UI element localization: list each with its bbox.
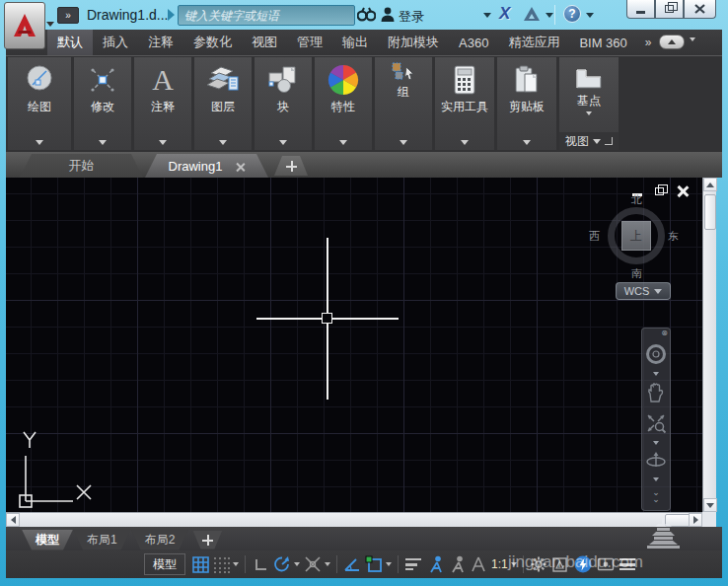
panel-expand-icon[interactable]	[523, 140, 531, 145]
ribbon-tab-insert[interactable]: 插入	[93, 30, 138, 55]
viewcube-top-face[interactable]: 上	[621, 221, 651, 251]
model-space-button[interactable]: 模型	[144, 553, 185, 575]
ortho-mode-button[interactable]	[250, 552, 271, 576]
ribbon-tab-home[interactable]: 默认	[47, 30, 93, 55]
lineweight-button[interactable]	[402, 552, 424, 576]
quick-access-expand-button[interactable]: »	[57, 7, 79, 24]
panel-annotate[interactable]: A 注释	[134, 57, 191, 150]
ribbon-tab-featured-apps[interactable]: 精选应用	[498, 30, 569, 55]
search-input[interactable]	[178, 5, 355, 26]
help-button[interactable]: ?	[563, 5, 581, 23]
color-wheel-icon[interactable]	[326, 62, 361, 98]
panel-layers[interactable]: 图层	[194, 57, 252, 150]
ribbon-tab-annotate[interactable]: 注释	[138, 30, 183, 55]
annotation-autoscale-button[interactable]	[446, 552, 468, 576]
panel-view[interactable]: 基点 视图	[559, 57, 619, 150]
pan-hand-icon[interactable]	[646, 382, 666, 406]
viewcube-south-label[interactable]: 南	[631, 266, 642, 281]
annotation-scale-button[interactable]	[468, 552, 489, 576]
drawing-restore-icon[interactable]	[655, 187, 664, 195]
wcs-dropdown[interactable]: WCS	[616, 282, 671, 300]
panel-expand-icon[interactable]	[461, 140, 469, 145]
scale-dropdown[interactable]: 1:1	[489, 552, 519, 576]
panel-expand-icon[interactable]	[400, 140, 407, 145]
group-icon[interactable]	[391, 61, 416, 83]
panel-expand-icon[interactable]	[159, 140, 167, 145]
a360-caret-icon[interactable]	[546, 13, 553, 18]
panel-expand-icon[interactable]	[593, 139, 601, 144]
tab-close-icon[interactable]	[236, 162, 245, 171]
panel-draw[interactable]: 绘图	[8, 57, 71, 150]
scroll-right-button[interactable]	[689, 513, 702, 527]
panel-expand-icon[interactable]	[219, 140, 227, 145]
user-icon[interactable]	[380, 6, 396, 23]
panel-expand-icon[interactable]	[339, 140, 347, 145]
view-panel-footer[interactable]: 视图	[559, 132, 619, 150]
navbar-close-icon[interactable]: ⊗	[661, 330, 668, 337]
customization-button[interactable]	[617, 552, 638, 576]
ribbon-tab-view[interactable]: 视图	[242, 30, 287, 55]
draw-line-icon[interactable]	[23, 62, 56, 98]
modify-icon[interactable]	[86, 62, 119, 98]
horizontal-scroll-thumb[interactable]	[665, 514, 691, 527]
snap-caret-icon[interactable]	[233, 562, 239, 566]
scroll-down-button[interactable]	[703, 498, 717, 512]
drawing-close-icon[interactable]	[677, 185, 689, 197]
block-icon[interactable]	[265, 62, 301, 98]
scroll-up-button[interactable]	[703, 178, 717, 191]
panel-properties[interactable]: 特性	[315, 57, 372, 150]
ribbon-tab-addins[interactable]: 附加模块	[378, 30, 449, 55]
application-menu-button[interactable]	[4, 2, 45, 49]
help-caret-icon[interactable]	[586, 13, 594, 18]
sign-in-caret-icon[interactable]	[483, 13, 491, 18]
ribbon-minimize-caret-icon[interactable]	[690, 37, 695, 41]
zoom-caret-icon[interactable]	[653, 441, 659, 445]
zoom-extents-icon[interactable]	[645, 412, 667, 437]
isolate-objects-button[interactable]	[595, 552, 617, 576]
scale-caret-icon[interactable]	[511, 562, 517, 566]
panel-clipboard[interactable]: 剪贴板	[497, 57, 556, 150]
annotation-visibility-button[interactable]	[424, 552, 446, 576]
minimize-button[interactable]	[626, 0, 655, 19]
polar-caret-icon[interactable]	[294, 562, 300, 566]
vertical-scrollbar[interactable]	[702, 178, 716, 512]
panel-expand-icon[interactable]	[36, 140, 43, 145]
exchange-apps-icon[interactable]: X	[499, 4, 510, 24]
workspace-switch-button[interactable]	[528, 552, 549, 576]
layout-tab-layout2[interactable]: 布局2	[131, 530, 189, 550]
vertical-scroll-thumb[interactable]	[704, 194, 716, 230]
scroll-left-button[interactable]	[6, 513, 20, 527]
drawing-canvas[interactable]: 上 北 南 西 东 WCS ⊗	[6, 178, 702, 512]
object-snap-caret-icon[interactable]	[386, 562, 392, 566]
navbar-more-icon[interactable]: ⌄⌄	[652, 489, 660, 503]
layout-tab-model[interactable]: 模型	[22, 530, 73, 550]
new-drawing-tab-button[interactable]	[274, 156, 308, 176]
horizontal-scrollbar[interactable]	[6, 512, 702, 527]
text-a-icon[interactable]: A	[152, 63, 174, 97]
ribbon-tab-bim360[interactable]: BIM 360	[569, 30, 636, 55]
restore-button[interactable]	[655, 0, 684, 19]
isodraft-button[interactable]	[341, 552, 363, 576]
layout-tab-layout1[interactable]: 布局1	[73, 530, 131, 550]
grid-display-button[interactable]	[189, 552, 211, 576]
close-button[interactable]	[684, 0, 716, 19]
panel-launcher-icon[interactable]	[605, 137, 613, 145]
base-caret-icon[interactable]	[586, 111, 592, 115]
panel-utilities[interactable]: 实用工具	[435, 57, 494, 150]
panel-block[interactable]: 块	[255, 57, 312, 150]
osnap-tracking-caret-icon[interactable]	[325, 562, 330, 566]
panel-expand-icon[interactable]	[279, 140, 287, 145]
graphics-performance-button[interactable]	[571, 552, 595, 576]
object-snap-tracking-button[interactable]	[302, 552, 332, 576]
new-layout-button[interactable]	[192, 531, 222, 549]
sign-in-button[interactable]: 登录	[399, 8, 424, 26]
calculator-icon[interactable]	[452, 62, 477, 98]
panel-groups[interactable]: 组	[375, 57, 432, 150]
ribbon-tab-parametric[interactable]: 参数化	[183, 30, 242, 55]
viewcube-north-label[interactable]: 北	[631, 192, 642, 207]
search-binoculars-icon[interactable]	[357, 6, 376, 22]
ribbon-tab-manage[interactable]: 管理	[287, 30, 332, 55]
snap-mode-button[interactable]	[211, 552, 241, 576]
viewcube[interactable]: 上 北 南 西 东	[600, 199, 675, 274]
clipboard-icon[interactable]	[513, 62, 541, 98]
